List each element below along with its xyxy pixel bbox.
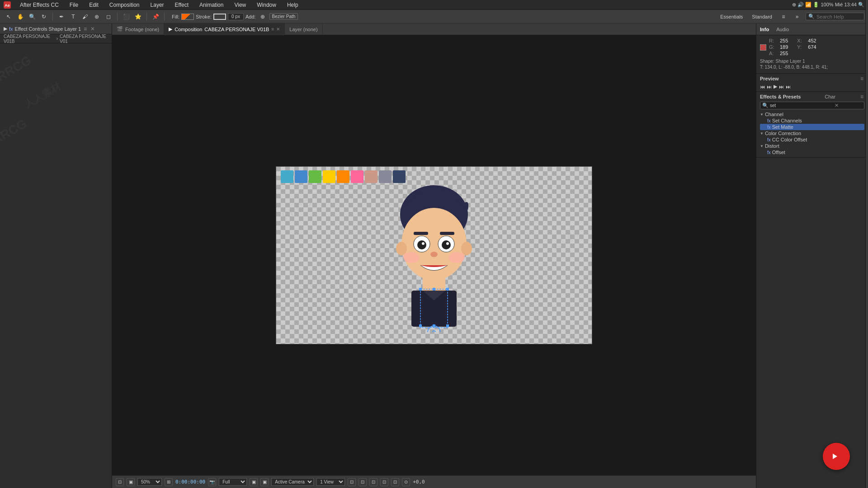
workspace-options[interactable]: ≡: [778, 12, 788, 22]
breadcrumb-comp[interactable]: CABEZA PERSONAJE V01B: [4, 34, 55, 44]
prev-prev[interactable]: ⏭: [767, 84, 772, 89]
views-select[interactable]: 1 View 2 Views: [316, 478, 345, 486]
ep-category-channel[interactable]: ▼ Channel: [760, 111, 864, 117]
ctrl-btn-6[interactable]: ▣: [260, 478, 269, 486]
ep-set-matte-label: Set Matte: [772, 124, 793, 130]
panel-collapse-icon[interactable]: ▶: [4, 26, 7, 32]
menu-file[interactable]: File: [68, 1, 80, 9]
ctrl-btn-12[interactable]: ⊙: [402, 478, 410, 486]
menu-edit[interactable]: Edit: [87, 1, 100, 9]
eraser-tool[interactable]: ◻: [104, 12, 113, 22]
preview-section: Preview ≡ ⏮ ⏭ ▶ ⏭ ⏭: [756, 74, 868, 92]
ctrl-btn-camera[interactable]: 📷: [208, 478, 216, 486]
stamp-tool[interactable]: ⊕: [92, 12, 102, 22]
prev-first[interactable]: ⏮: [760, 84, 765, 89]
coordinates-display: +0,0: [413, 479, 425, 485]
ctrl-btn-8[interactable]: ⊡: [359, 478, 367, 486]
comp-view[interactable]: RRCG 人人素材 RRCG: [112, 35, 756, 475]
tab-composition[interactable]: ▶ Composition CABEZA PERSONAJE V01B ≡ ✕: [164, 23, 285, 35]
ep-category-color-correction[interactable]: ▼ Color Correction: [760, 130, 864, 136]
ep-icon-set-matte: fx: [767, 125, 771, 130]
menu-layer[interactable]: Layer: [149, 1, 166, 9]
info-tab[interactable]: Info: [760, 27, 769, 32]
ep-distort-label: Distort: [765, 143, 779, 149]
effect-controls-header: ▶ fx Effect Controls Shape Layer 1 ≡ ✕: [0, 23, 112, 34]
ctrl-btn-2[interactable]: ▣: [127, 478, 135, 486]
ep-icon-cc-color-offset: fx: [767, 137, 771, 142]
pen-tool[interactable]: ✒: [57, 12, 66, 22]
breadcrumb-layer[interactable]: CABEZA PERSONAJE V01: [60, 34, 108, 44]
resolution-select[interactable]: Full Half Quarter: [219, 478, 247, 486]
search-box: 🔍: [806, 13, 864, 20]
svg-point-17: [446, 242, 449, 245]
record-button[interactable]: [823, 443, 850, 470]
ep-char-label[interactable]: Char: [825, 94, 835, 99]
effect-controls-content: RRCG 人人素材 RRCG: [0, 43, 112, 488]
fill-swatch[interactable]: [181, 14, 194, 20]
ep-category-distort[interactable]: ▼ Distort: [760, 143, 864, 149]
tab-layer[interactable]: Layer (none): [285, 23, 322, 35]
tab-footage-label: Footage (none): [125, 27, 159, 32]
preview-menu[interactable]: ≡: [859, 75, 864, 82]
stroke-value[interactable]: [228, 13, 244, 20]
svg-point-18: [430, 252, 438, 257]
ep-item-offset[interactable]: fx Offset: [760, 149, 864, 155]
hand-tool[interactable]: ✋: [15, 12, 25, 22]
tab-comp-label: Composition: [175, 27, 202, 32]
selection-tool[interactable]: ↖: [4, 12, 14, 22]
ep-item-set-channels[interactable]: fx Set Channels: [760, 117, 864, 124]
svg-point-6: [403, 252, 420, 263]
g-value: 189: [780, 44, 788, 50]
prev-last[interactable]: ⏭: [786, 84, 791, 89]
menu-effect[interactable]: Effect: [173, 1, 190, 9]
panel-menu-icon[interactable]: ≡: [83, 26, 88, 32]
search-input[interactable]: [816, 14, 862, 19]
ctrl-btn-7[interactable]: ⊡: [348, 478, 356, 486]
menu-animation[interactable]: Animation: [198, 1, 225, 9]
comp-icon: ▶: [169, 26, 172, 32]
zoom-select[interactable]: 50% 100% 25%: [137, 478, 162, 486]
brush-tool[interactable]: 🖌: [80, 12, 90, 22]
zoom-tool[interactable]: 🔍: [27, 12, 37, 22]
toolbar-expand[interactable]: »: [792, 12, 802, 22]
ctrl-btn-10[interactable]: ⊡: [380, 478, 388, 486]
ep-search-input[interactable]: [770, 103, 833, 108]
ctrl-btn-11[interactable]: ⊡: [391, 478, 399, 486]
stroke-swatch[interactable]: [213, 14, 226, 20]
ep-item-cc-color-offset[interactable]: fx CC Color Offset: [760, 136, 864, 143]
ctrl-btn-grid[interactable]: ⊞: [165, 478, 173, 486]
svg-point-4: [396, 242, 407, 255]
breadcrumb: CABEZA PERSONAJE V01B › CABEZA PERSONAJE…: [0, 34, 112, 43]
bezier-path-btn[interactable]: Bezier Path: [269, 13, 298, 20]
standard-btn[interactable]: Standard: [749, 13, 775, 20]
camera-select[interactable]: Active Camera: [271, 478, 314, 486]
ep-search-icon: 🔍: [762, 103, 769, 108]
ep-search-clear[interactable]: ✕: [835, 103, 839, 108]
panel-close[interactable]: ✕: [90, 26, 96, 32]
menu-window[interactable]: Window: [255, 1, 278, 9]
ep-search-box[interactable]: 🔍 ✕: [760, 102, 864, 109]
tab-close-comp[interactable]: ≡: [271, 27, 274, 32]
ctrl-btn-9[interactable]: ⊡: [369, 478, 377, 486]
record-icon: [831, 451, 842, 462]
ep-menu[interactable]: ≡: [859, 94, 864, 100]
add-button[interactable]: ⊕: [258, 12, 268, 22]
menu-composition[interactable]: Composition: [108, 1, 142, 9]
ep-item-set-matte[interactable]: fx Set Matte: [760, 124, 864, 130]
tab-footage[interactable]: 🎬 Footage (none): [112, 23, 164, 35]
prev-play[interactable]: ▶: [774, 84, 777, 89]
text-tool[interactable]: T: [68, 12, 78, 22]
shape-tool[interactable]: ⬛: [121, 12, 131, 22]
menu-after-effects[interactable]: After Effects CC: [18, 1, 61, 9]
menu-help[interactable]: Help: [285, 1, 300, 9]
menu-view[interactable]: View: [232, 1, 248, 9]
shape-tool-2[interactable]: ⭐: [133, 12, 143, 22]
tab-close-comp-x[interactable]: ✕: [276, 27, 280, 32]
prev-next[interactable]: ⏭: [779, 84, 784, 89]
ctrl-btn-1[interactable]: ⊡: [116, 478, 124, 486]
pin-tool[interactable]: 📌: [151, 12, 160, 22]
ctrl-btn-5[interactable]: ▣: [250, 478, 258, 486]
essentials-btn[interactable]: Essentials: [717, 13, 745, 20]
rotate-tool[interactable]: ↻: [39, 12, 49, 22]
audio-tab[interactable]: Audio: [776, 27, 789, 32]
